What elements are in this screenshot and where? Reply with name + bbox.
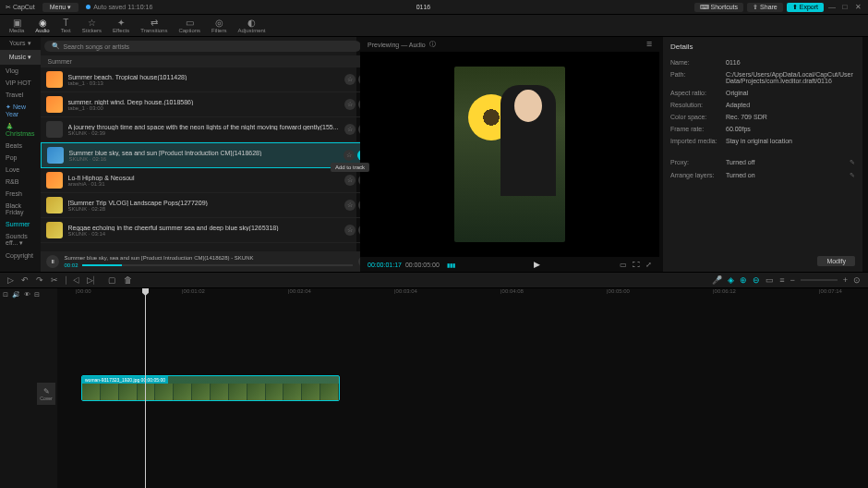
edit-icon[interactable]: ✎: [850, 159, 855, 166]
cat-fresh[interactable]: Fresh: [0, 188, 41, 200]
zoom-out-icon[interactable]: −: [790, 275, 794, 285]
adjustment-icon: ◐: [247, 18, 256, 28]
ratio-icon[interactable]: ▭: [620, 261, 627, 269]
trim-right-icon[interactable]: ▷⎸: [87, 275, 101, 286]
track-row[interactable]: [Summer Trip VLOG] Landscape Pops(127720…: [41, 193, 375, 218]
close-icon[interactable]: ✕: [853, 3, 862, 11]
maximize-icon[interactable]: □: [840, 3, 850, 11]
edit-icon[interactable]: ✎: [850, 172, 855, 179]
mute-icon[interactable]: 🔊: [12, 291, 20, 299]
track-row[interactable]: Summer beach. Tropical house(1011428)tab…: [41, 67, 375, 92]
tab-audio[interactable]: ◉Audio: [30, 15, 54, 36]
shortcuts-button[interactable]: ⌨ Shortcuts: [694, 3, 744, 12]
cat-tab-yours[interactable]: Yours ▾: [0, 37, 41, 50]
export-button[interactable]: ⬆ Export: [787, 3, 824, 12]
track-row[interactable]: A journey through time and space with th…: [41, 117, 375, 142]
autosave-status: Auto saved 11:10:16: [86, 4, 152, 10]
tab-stickers[interactable]: ☆Stickers: [77, 15, 107, 36]
zoom-slider[interactable]: [801, 279, 838, 281]
favorite-icon[interactable]: ☆: [344, 225, 356, 236]
tab-transitions[interactable]: ⇄Transitions: [135, 15, 173, 36]
cat-pop[interactable]: Pop: [0, 152, 41, 164]
track-thumb: [46, 96, 63, 113]
captions-icon: ▭: [186, 18, 194, 28]
cat-beats[interactable]: Beats: [0, 140, 41, 152]
track-thumb: [46, 222, 63, 238]
split-icon[interactable]: ✂: [51, 275, 58, 285]
cat-newyear[interactable]: ✦ New Year: [0, 101, 41, 120]
play-button[interactable]: ▶: [534, 260, 540, 269]
select-tool-icon[interactable]: ▷: [7, 275, 14, 285]
tab-captions[interactable]: ▭Captions: [173, 15, 206, 36]
lock-icon[interactable]: ⊡: [3, 291, 8, 299]
fit-icon[interactable]: ⊙: [853, 275, 861, 285]
timecode: 00:00:01:17 00:00:05:00: [368, 262, 440, 268]
cat-christmas[interactable]: 🎄 Christmas: [0, 120, 41, 140]
timeline-ruler[interactable]: |00:00 |00:01:02 |00:02:04 |00:03:04 |00…: [57, 288, 868, 301]
link-icon[interactable]: ⊕: [740, 275, 747, 285]
video-clip[interactable]: woman-9317323_1920.jpg 00:00:05:00: [81, 375, 340, 401]
stickers-icon: ☆: [88, 18, 96, 28]
preview-viewport[interactable]: [360, 52, 659, 257]
pause-button[interactable]: ⏸: [46, 255, 59, 268]
snap-icon[interactable]: ◈: [728, 275, 734, 285]
tab-filters[interactable]: ◎Filters: [206, 15, 232, 36]
track-row[interactable]: Reggae echoing in the cheerful summer se…: [41, 218, 375, 243]
cat-copyright[interactable]: Copyright: [0, 250, 41, 262]
cover-slot[interactable]: ✎ Cover: [37, 383, 55, 405]
audio-icon: ◉: [39, 18, 47, 28]
favorite-icon[interactable]: ☆: [344, 175, 356, 186]
cat-viphot[interactable]: VIP HOT: [0, 77, 41, 89]
cat-sounds[interactable]: Sounds eff... ▾: [0, 230, 41, 250]
undo-icon[interactable]: ↶: [21, 275, 29, 285]
favorite-icon[interactable]: ☆: [344, 200, 356, 211]
magnet-icon[interactable]: ⊖: [753, 275, 760, 285]
trim-left-icon[interactable]: ⎸◁: [66, 275, 79, 286]
cat-vlog[interactable]: Vlog: [0, 65, 41, 77]
grid-icon[interactable]: ☰: [646, 41, 652, 48]
track-row[interactable]: Lo-fi Hiphop & NeosoularashiA · 01:31 ☆⬇: [41, 168, 375, 193]
cat-tab-music[interactable]: Music ▾: [0, 51, 41, 64]
redo-icon[interactable]: ↷: [36, 275, 43, 285]
project-title: 0116: [160, 4, 686, 10]
crop-icon[interactable]: ▢: [108, 275, 116, 285]
menu-button[interactable]: Menu ▾: [42, 3, 78, 12]
playhead[interactable]: [145, 288, 146, 488]
cat-rnb[interactable]: R&B: [0, 176, 41, 188]
info-icon[interactable]: ⓘ: [429, 40, 436, 49]
cat-love[interactable]: Love: [0, 164, 41, 176]
tab-effects[interactable]: ✦Effects: [107, 15, 135, 36]
tab-adjustment[interactable]: ◐Adjustment: [232, 15, 271, 36]
search-icon: 🔍: [52, 43, 60, 50]
favorite-icon[interactable]: ☆: [344, 74, 356, 85]
favorite-icon[interactable]: ☆: [344, 150, 355, 161]
markers-icon[interactable]: ▮▮▮: [447, 262, 455, 268]
mic-icon[interactable]: 🎤: [712, 275, 722, 285]
category-header: Summer: [41, 55, 375, 67]
tab-media[interactable]: ▣Media: [4, 15, 30, 36]
hide-icon[interactable]: 👁: [24, 291, 30, 299]
track-row-selected[interactable]: Summer blue sky, sea and sun [Product In…: [41, 142, 375, 168]
delete-icon[interactable]: 🗑: [124, 275, 132, 285]
share-button[interactable]: ⇪ Share: [747, 3, 783, 12]
search-input[interactable]: 🔍 Search songs or artists: [44, 41, 361, 52]
progress-bar[interactable]: [82, 264, 353, 266]
modify-button[interactable]: Modify: [817, 256, 855, 266]
cat-travel[interactable]: Travel: [0, 89, 41, 101]
tab-text[interactable]: TText: [55, 15, 77, 36]
cat-summer[interactable]: Summer: [0, 218, 41, 230]
track-thumb: [46, 71, 63, 88]
transitions-icon: ⇄: [151, 18, 158, 28]
tracks-icon[interactable]: ≡: [779, 275, 784, 285]
track-row[interactable]: summer. night wind. Deep house.(1018586)…: [41, 92, 375, 117]
favorite-icon[interactable]: ☆: [344, 124, 356, 135]
fullscreen-icon[interactable]: ⛶: [633, 261, 640, 269]
preview-icon[interactable]: ▭: [766, 275, 774, 285]
collapse-icon[interactable]: ⊟: [34, 291, 40, 299]
expand-icon[interactable]: ⤢: [645, 261, 652, 269]
media-icon: ▣: [13, 18, 21, 28]
cat-blackfriday[interactable]: Black Friday: [0, 200, 41, 218]
favorite-icon[interactable]: ☆: [344, 99, 356, 110]
minimize-icon[interactable]: —: [827, 3, 837, 11]
zoom-in-icon[interactable]: +: [843, 275, 848, 285]
